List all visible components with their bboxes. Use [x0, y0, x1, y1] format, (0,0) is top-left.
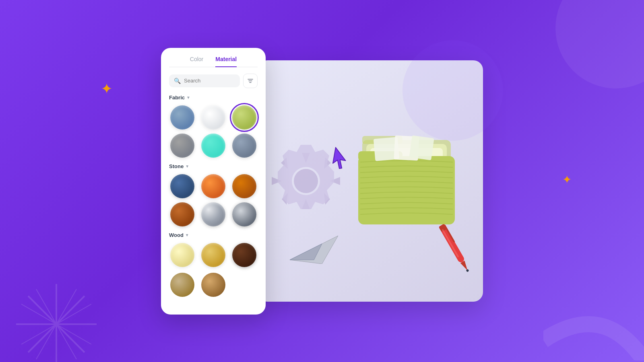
bg-bottom-right-curve	[543, 260, 644, 362]
bg-bottom-left-starburst	[12, 280, 101, 362]
swatch-fabric-green[interactable]	[232, 105, 256, 130]
fabric-grid	[169, 105, 258, 158]
folder-illustration	[346, 116, 475, 246]
swatch-stone-silver[interactable]	[201, 202, 225, 226]
wood-grid-partial	[169, 273, 258, 297]
swatch-stone-navy[interactable]	[170, 174, 194, 198]
swatch-stone-basketball[interactable]	[232, 174, 256, 198]
wood-section-header[interactable]: Wood ▼	[169, 232, 258, 238]
tab-bar: Color Material	[169, 56, 258, 67]
swatch-wood-extra-1[interactable]	[170, 273, 194, 297]
search-input-wrapper[interactable]: 🔍	[169, 74, 240, 87]
tab-color[interactable]: Color	[190, 56, 203, 67]
stone-label: Stone	[169, 163, 184, 169]
material-panel: Color Material 🔍 Fabric ▼	[161, 48, 266, 315]
main-content: Color Material 🔍 Fabric ▼	[161, 48, 483, 315]
paper-plane	[290, 232, 338, 265]
wood-chevron: ▼	[185, 233, 189, 237]
stone-section-header[interactable]: Stone ▼	[169, 163, 258, 169]
search-bar: 🔍	[169, 74, 258, 88]
swatch-fabric-teal[interactable]	[201, 134, 225, 158]
wood-grid	[169, 243, 258, 267]
fabric-section-header[interactable]: Fabric ▼	[169, 95, 258, 101]
svg-point-25	[466, 269, 469, 272]
stone-chevron: ▼	[185, 164, 189, 169]
swatch-fabric-white[interactable]	[201, 105, 225, 130]
swatch-stone-orange[interactable]	[201, 174, 225, 198]
swatch-fabric-gray[interactable]	[170, 134, 194, 158]
search-input[interactable]	[184, 78, 235, 84]
tab-material[interactable]: Material	[215, 56, 237, 67]
swatch-wood-cream[interactable]	[170, 243, 194, 267]
star-decoration-left: ✦	[101, 80, 113, 97]
swatch-fabric-blue[interactable]	[170, 105, 194, 130]
bg-top-right-circle	[555, 0, 644, 88]
swatch-wood-dark[interactable]	[232, 243, 256, 267]
swatch-fabric-slate[interactable]	[232, 134, 256, 158]
scene-panel	[258, 60, 483, 302]
fabric-chevron: ▼	[186, 95, 190, 100]
filter-button[interactable]	[243, 74, 258, 88]
svg-rect-19	[409, 135, 434, 160]
star-decoration-right: ✦	[562, 173, 572, 186]
stone-grid	[169, 174, 258, 226]
swatch-stone-marble[interactable]	[232, 202, 256, 226]
wood-label: Wood	[169, 232, 184, 238]
swatch-wood-gold[interactable]	[201, 243, 225, 267]
fabric-label: Fabric	[169, 95, 185, 101]
search-icon: 🔍	[174, 78, 181, 84]
swatch-stone-brown[interactable]	[170, 202, 194, 226]
swatch-wood-extra-2[interactable]	[201, 273, 225, 297]
